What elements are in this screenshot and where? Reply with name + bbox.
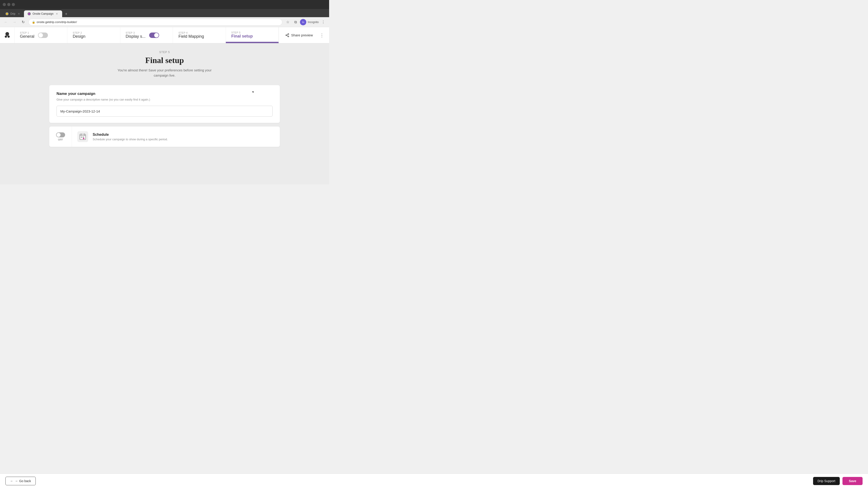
step3-number: STEP 3 xyxy=(126,31,146,34)
back-button[interactable]: ← xyxy=(3,19,9,25)
main-content: STEP 5 Final setup You're almost there! … xyxy=(0,43,329,184)
svg-point-15 xyxy=(83,138,84,139)
schedule-text: Schedule Schedule your campaign to show … xyxy=(93,133,168,141)
campaign-name-input[interactable] xyxy=(57,106,273,117)
profile-label: In xyxy=(302,21,304,24)
subtitle-line1: You're almost there! Save your preferenc… xyxy=(118,68,212,72)
tab-drip[interactable]: 🙂 Drip ✕ xyxy=(2,10,24,17)
step3-name: Display s... xyxy=(126,34,146,39)
new-tab-button[interactable]: + xyxy=(63,11,69,17)
steps-nav: STEP 1 General STEP 2 Design STEP 3 Disp… xyxy=(14,27,279,43)
share-preview-label: Share preview xyxy=(291,33,313,37)
step-item-general[interactable]: STEP 1 General xyxy=(14,27,67,43)
page-title: Final setup xyxy=(118,56,212,65)
window-controls xyxy=(3,3,15,6)
schedule-card: OFF Schedule Schedule your campaign to s… xyxy=(49,127,280,147)
app-header: STEP 1 General STEP 2 Design STEP 3 Disp… xyxy=(0,27,329,43)
schedule-toggle-area: OFF xyxy=(49,127,72,147)
address-input[interactable]: 🔒 onsite.getdrip.com/drip-builder/ xyxy=(29,19,282,26)
step5-name: Final setup xyxy=(231,34,253,39)
campaign-name-card-title: Name your campaign xyxy=(57,92,273,96)
tab-bar: 🙂 Drip ✕ 🟣 Onsite Campaign ✕ + xyxy=(0,9,329,17)
split-view-button[interactable]: ⧉ xyxy=(292,19,299,25)
step-item-finalsetup[interactable]: STEP 5 Final setup xyxy=(226,27,279,43)
svg-point-1 xyxy=(5,35,7,38)
step1-text: STEP 1 General xyxy=(20,31,34,39)
share-icon xyxy=(285,33,289,37)
calendar-icon xyxy=(79,133,86,140)
step-item-fieldmapping[interactable]: STEP 4 Field Mapping xyxy=(173,27,226,43)
step3-text: STEP 3 Display s... xyxy=(126,31,146,39)
svg-point-4 xyxy=(288,33,289,35)
tab-drip-close[interactable]: ✕ xyxy=(17,12,20,15)
window-minimize-btn[interactable] xyxy=(7,3,10,6)
step2-text: STEP 2 Design xyxy=(73,31,86,39)
menu-button[interactable]: ⋮ xyxy=(320,19,327,25)
step5-text: STEP 5 Final setup xyxy=(231,31,253,39)
svg-point-6 xyxy=(288,36,289,37)
address-bar: ← → ↻ 🔒 onsite.getdrip.com/drip-builder/… xyxy=(0,17,329,27)
profile-button[interactable]: In xyxy=(300,19,306,25)
schedule-toggle-container[interactable]: OFF xyxy=(56,132,65,141)
schedule-title: Schedule xyxy=(93,133,168,137)
browser-chrome xyxy=(0,0,329,9)
step2-number: STEP 2 xyxy=(73,31,86,34)
tab-onsite[interactable]: 🟣 Onsite Campaign ✕ xyxy=(24,10,62,17)
step1-number: STEP 1 xyxy=(20,31,34,34)
incognito-label: Incognito xyxy=(308,21,319,24)
step1-toggle[interactable] xyxy=(38,33,48,38)
bookmark-button[interactable]: ☆ xyxy=(285,19,291,25)
step4-text: STEP 4 Field Mapping xyxy=(178,31,204,39)
svg-line-7 xyxy=(287,35,288,36)
share-preview-button[interactable]: Share preview xyxy=(283,31,315,39)
window-maximize-btn[interactable] xyxy=(12,3,15,6)
tab-onsite-favicon: 🟣 xyxy=(28,12,31,15)
page-header: STEP 5 Final setup You're almost there! … xyxy=(118,51,212,78)
step3-toggle[interactable] xyxy=(149,33,159,38)
svg-rect-13 xyxy=(81,137,82,138)
lock-icon: 🔒 xyxy=(32,21,35,24)
campaign-name-card-subtitle: Give your campaign a descriptive name (s… xyxy=(57,98,273,101)
step5-number: STEP 5 xyxy=(231,31,253,34)
schedule-toggle-label: OFF xyxy=(58,138,63,141)
schedule-icon xyxy=(77,131,88,142)
svg-point-3 xyxy=(6,35,8,36)
svg-point-2 xyxy=(7,35,10,38)
more-options-button[interactable]: ⋮ xyxy=(318,32,326,39)
browser-actions: ☆ ⧉ In Incognito ⋮ xyxy=(285,19,327,25)
drip-logo xyxy=(3,31,12,40)
step1-name: General xyxy=(20,34,34,39)
step-item-design[interactable]: STEP 2 Design xyxy=(67,27,120,43)
step4-number: STEP 4 xyxy=(178,31,204,34)
reload-button[interactable]: ↻ xyxy=(20,19,26,25)
tab-drip-favicon: 🙂 xyxy=(5,12,8,15)
window-close-btn[interactable] xyxy=(3,3,6,6)
svg-rect-14 xyxy=(83,137,84,138)
address-text: onsite.getdrip.com/drip-builder/ xyxy=(37,20,77,24)
schedule-content: Schedule Schedule your campaign to show … xyxy=(72,127,173,147)
step-item-display[interactable]: STEP 3 Display s... xyxy=(120,27,173,43)
page-step-label: STEP 5 xyxy=(118,51,212,54)
tab-onsite-label: Onsite Campaign xyxy=(33,12,54,15)
header-actions: Share preview ⋮ xyxy=(279,27,329,43)
schedule-toggle[interactable] xyxy=(56,132,65,137)
step4-name: Field Mapping xyxy=(178,34,204,39)
svg-line-8 xyxy=(287,34,288,35)
tab-drip-label: Drip xyxy=(10,12,16,15)
schedule-description: Schedule your campaign to show during a … xyxy=(93,138,168,141)
logo-area xyxy=(0,27,14,43)
campaign-name-card: Name your campaign Give your campaign a … xyxy=(49,85,280,123)
subtitle-line2: campaign live. xyxy=(154,73,176,77)
step2-name: Design xyxy=(73,34,86,39)
svg-point-5 xyxy=(286,35,287,36)
forward-button[interactable]: → xyxy=(11,19,18,25)
page-subtitle: You're almost there! Save your preferenc… xyxy=(118,68,212,78)
tab-onsite-close[interactable]: ✕ xyxy=(55,12,59,15)
